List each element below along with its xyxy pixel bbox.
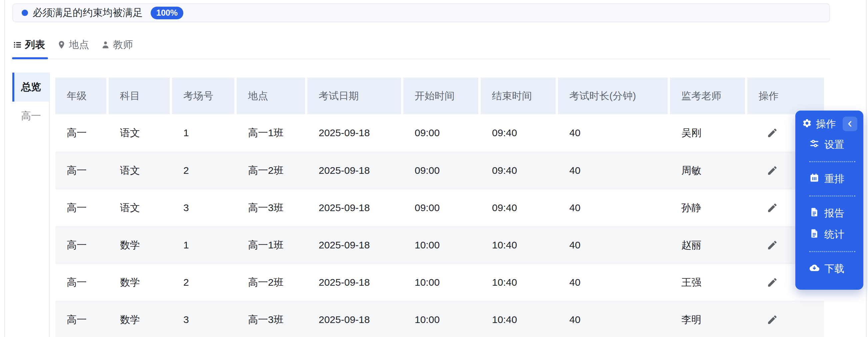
column-header: 考试日期 [307,77,403,114]
table-cell: 孙静 [670,201,747,215]
edit-icon[interactable] [767,165,778,176]
table-row: 高一数学1高一1班2025-09-1810:0010:4040赵丽 [55,226,824,263]
action-cell [747,314,824,325]
table-cell: 1 [172,127,237,138]
table-cell: 语文 [108,126,172,140]
table-cell: 40 [558,239,670,251]
view-tab-bar: 列表 地点 教师 [12,31,830,59]
table-row: 高一数学2高一2班2025-09-1810:0010:4040王强 [55,263,824,301]
tab-teacher[interactable]: 教师 [100,31,134,59]
tab-location-label: 地点 [69,38,89,52]
status-banner: 必须满足的约束均被满足 100% [12,3,830,22]
operations-panel-title: 操作 [816,117,836,131]
table-cell: 09:00 [403,127,480,138]
table-cell: 高一 [55,313,108,327]
table-header-row: 年级科目考场号地点考试日期开始时间结束时间考试时长(分钟)监考老师操作 [55,77,824,114]
table-cell: 高一1班 [237,126,307,140]
table-cell: 10:00 [403,239,480,251]
table-cell: 10:40 [480,239,558,251]
status-dot-icon [22,10,28,16]
column-header: 开始时间 [403,77,480,114]
column-header: 考试时长(分钟) [558,77,670,114]
table-row: 高一语文3高一3班2025-09-1809:0009:4040孙静 [55,189,824,226]
table-cell: 数学 [108,313,172,327]
pencil-edit-icon [767,165,778,176]
table-cell: 周敏 [670,164,747,177]
column-header: 结束时间 [480,77,558,114]
grade-sidebar: 总览 高一 [12,73,49,131]
location-pin-icon [57,40,66,49]
cloud-download-icon [809,263,819,275]
ops-item-report[interactable]: 报告 [795,206,863,221]
table-cell: 2025-09-18 [307,127,403,138]
sidebar-item-overview[interactable]: 总览 [12,73,49,102]
tab-list-label: 列表 [25,38,45,52]
table-cell: 2025-09-18 [307,277,403,288]
tab-list[interactable]: 列表 [12,31,46,59]
ops-item-download[interactable]: 下载 [795,261,863,276]
ops-item-settings[interactable]: 设置 [795,137,863,152]
table-cell: 09:40 [480,165,558,176]
table-cell: 09:00 [403,165,480,176]
table-cell: 40 [558,165,670,176]
operations-panel-header: 操作 [795,116,863,131]
table-cell: 王强 [670,276,747,290]
collapse-panel-button[interactable] [843,116,857,131]
pencil-edit-icon [767,277,778,288]
column-header: 操作 [747,77,824,114]
table-cell: 1 [172,239,237,251]
right-edge-divider [866,0,867,337]
table-cell: 高一 [55,126,108,140]
table-cell: 高一2班 [237,276,307,290]
table-cell: 高一 [55,238,108,252]
pencil-edit-icon [767,239,778,251]
list-icon [13,40,22,49]
table-cell: 2025-09-18 [307,165,403,176]
status-percentage-badge: 100% [151,7,183,19]
chevron-left-icon [846,120,854,128]
edit-icon[interactable] [767,239,778,251]
edit-icon[interactable] [767,127,778,138]
edit-icon[interactable] [767,314,778,325]
ops-item-label: 重排 [824,172,844,186]
column-header: 年级 [55,77,108,114]
tab-location[interactable]: 地点 [56,31,90,59]
table-cell: 高一2班 [237,164,307,177]
table-cell: 数学 [108,238,172,252]
table-cell: 10:00 [403,277,480,288]
table-cell: 40 [558,314,670,325]
table-cell: 2025-09-18 [307,202,403,213]
person-icon [101,40,110,49]
table-cell: 2 [172,277,237,288]
ops-item-label: 设置 [824,138,844,151]
calendar-icon [809,173,819,185]
gear-icon [802,118,812,130]
sidebar-item-grade1[interactable]: 高一 [12,102,49,131]
table-cell: 10:40 [480,277,558,288]
tab-teacher-label: 教师 [113,38,133,52]
table-row: 高一数学3高一3班2025-09-1810:0010:4040李明 [55,301,824,337]
pencil-edit-icon [767,127,778,138]
table-cell: 高一3班 [237,201,307,215]
ops-item-rearrange[interactable]: 重排 [795,171,863,186]
ops-item-statistics[interactable]: 统计 [795,227,863,242]
table-body: 高一语文1高一1班2025-09-1809:0009:4040吴刚高一语文2高一… [55,114,824,337]
table-cell: 赵丽 [670,238,747,252]
status-text: 必须满足的约束均被满足 [33,6,143,20]
table-cell: 语文 [108,201,172,215]
left-edge-divider [4,0,5,337]
column-header: 监考老师 [670,77,747,114]
exam-schedule-page: 必须满足的约束均被满足 100% 列表 地点 [0,0,868,337]
edit-icon[interactable] [767,202,778,213]
table-cell: 3 [172,202,237,213]
sliders-icon [809,138,819,151]
table-cell: 3 [172,314,237,325]
table-cell: 高一 [55,164,108,177]
table-cell: 2025-09-18 [307,314,403,325]
column-header: 地点 [237,77,307,114]
operations-panel: 操作 设置 [795,110,863,290]
table-cell: 高一3班 [237,313,307,327]
ops-item-label: 报告 [824,206,844,220]
edit-icon[interactable] [767,277,778,288]
table-cell: 10:40 [480,314,558,325]
